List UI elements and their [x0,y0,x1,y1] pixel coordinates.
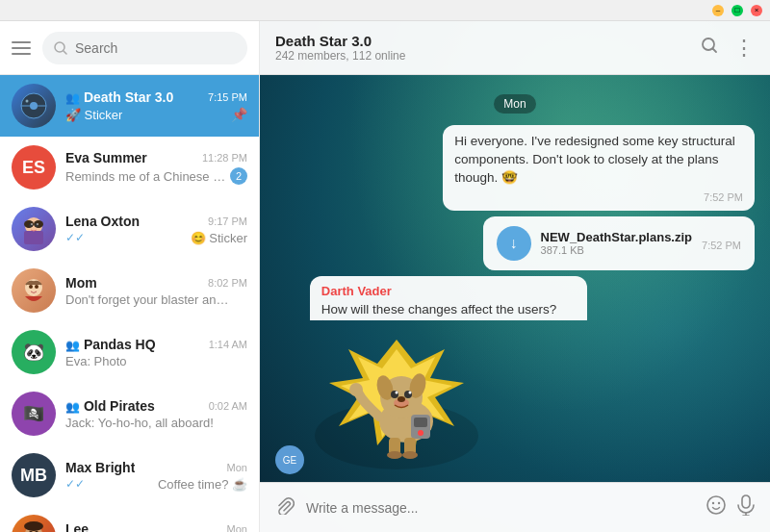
chat-content: Lena Oxton 9:17 PM ✓✓😊 Sticker [65,214,247,245]
chat-name: Max Bright [65,460,135,475]
emoji-icon[interactable] [706,495,726,519]
svg-point-47 [707,496,725,514]
avatar [12,515,56,532]
message-bubble: DV Darth Vader How will these changes af… [275,276,587,320]
messages-area[interactable]: Mon Hi everyone. I've redesigned some ke… [260,75,770,320]
chat-name: Mom [65,275,97,291]
avatar: 🏴‍☠️ [12,392,56,436]
svg-rect-7 [24,231,43,244]
close-button[interactable]: × [751,5,762,16]
avatar: 🐼 [12,330,56,374]
svg-point-34 [396,392,398,394]
chat-item[interactable]: 👥 Death Star 3.0 7:15 PM 🚀 Sticker 📌 [0,75,259,137]
file-info: NEW_DeathStar.plans.zip 387.1 KB [541,230,692,256]
pin-icon: 📌 [231,107,247,122]
svg-point-49 [718,502,720,504]
chat-item[interactable]: 🐼 👥 Pandas HQ 1:14 AM Eva: Photo [0,321,259,383]
chat-time: 8:02 PM [208,277,247,289]
date-divider: Mon [275,94,755,112]
chat-name: 👥 Death Star 3.0 [65,89,173,105]
menu-icon[interactable] [12,41,31,55]
chat-content: Max Bright Mon ✓✓Coffee time? ☕ [65,460,247,492]
minimize-button[interactable]: – [712,5,724,16]
chat-header-actions: ⋮ [701,36,755,61]
search-header-icon[interactable] [701,37,718,59]
chat-preview: Jack: Yo-ho-ho, all aboard! [65,416,214,430]
chat-subtitle: 242 members, 112 online [275,49,689,63]
search-icon [54,41,67,55]
sticker-sender-avatar: GE [275,445,304,474]
chat-preview: Don't forget your blaster and helmet [65,292,229,307]
chat-item[interactable]: 🏴‍☠️ 👥 Old Pirates 0:02 AM Jack: Yo-ho-h… [0,383,259,444]
chat-time: 9:17 PM [208,215,247,227]
bubble: Hi everyone. I've redesigned some key st… [443,125,755,211]
sticker-image [310,320,483,474]
svg-point-46 [402,451,418,459]
chat-preview: Reminds me of a Chinese prove... [65,169,229,184]
svg-point-45 [387,451,402,459]
chat-name: Lee [65,521,89,533]
file-name: NEW_DeathStar.plans.zip [541,230,692,244]
chat-time: Mon [227,523,247,533]
maximize-button[interactable]: □ [732,5,743,16]
svg-point-5 [26,100,29,103]
chat-item[interactable]: MB Max Bright Mon ✓✓Coffee time? ☕ [0,444,259,506]
svg-point-12 [31,223,33,225]
svg-line-1 [64,51,66,54]
file-size: 387.1 KB [541,244,692,256]
chat-input-area [260,482,770,532]
svg-point-42 [418,430,424,436]
search-box[interactable] [42,32,247,64]
chat-time: Mon [227,462,247,473]
chat-name: 👥 Pandas HQ [65,337,156,352]
svg-point-13 [37,223,38,225]
chat-time: 7:15 PM [208,91,247,103]
sidebar: 👥 Death Star 3.0 7:15 PM 🚀 Sticker 📌 ES … [0,21,260,532]
avatar [12,84,56,128]
chat-preview: 😊 Sticker [191,231,247,245]
title-bar: – □ × [0,0,770,21]
message-input[interactable] [306,500,695,516]
unread-badge: 2 [230,167,247,185]
mic-icon[interactable] [737,494,755,520]
svg-point-4 [30,102,38,110]
chat-item[interactable]: ES Eva Summer 11:28 PM Reminds me of a C… [0,137,259,198]
sender-name: Darth Vader [321,284,576,298]
svg-rect-50 [742,495,750,508]
download-button[interactable]: ↓ [497,226,531,261]
chat-name: Lena Oxton [65,214,140,229]
bubble-time: 7:52 PM [704,191,743,203]
app-body: 👥 Death Star 3.0 7:15 PM 🚀 Sticker 📌 ES … [0,21,770,532]
avatar: ES [12,145,56,190]
sticker-area: GE [260,320,770,482]
chat-header: Death Star 3.0 242 members, 112 online ⋮ [260,21,770,75]
avatar [12,207,56,251]
svg-point-38 [398,396,405,402]
chat-time: 1:14 AM [209,339,247,350]
svg-point-36 [409,392,412,394]
file-bubble: ↓ NEW_DeathStar.plans.zip 387.1 KB 7:52 … [483,216,755,270]
bubble: Darth Vader How will these changes affec… [310,276,587,320]
svg-point-39 [349,383,363,396]
chat-title: Death Star 3.0 [275,33,689,49]
chat-item[interactable]: Mom 8:02 PM Don't forget your blaster an… [0,260,259,321]
svg-rect-41 [414,418,427,427]
chat-content: 👥 Death Star 3.0 7:15 PM 🚀 Sticker 📌 [65,89,247,122]
svg-point-15 [29,285,33,289]
message-bubble: Hi everyone. I've redesigned some key st… [443,125,755,211]
attach-icon[interactable] [275,495,295,519]
chat-preview: Eva: Photo [65,354,127,368]
search-input[interactable] [75,40,236,56]
more-options-icon[interactable]: ⋮ [733,36,755,61]
chat-content: Eva Summer 11:28 PM Reminds me of a Chin… [65,150,247,185]
chat-list: 👥 Death Star 3.0 7:15 PM 🚀 Sticker 📌 ES … [0,75,259,532]
chat-name: 👥 Old Pirates [65,398,155,414]
chat-area: Death Star 3.0 242 members, 112 online ⋮… [260,21,770,532]
bubble-time: 7:52 PM [702,240,741,251]
svg-point-20 [24,521,43,531]
file-message: ↓ NEW_DeathStar.plans.zip 387.1 KB 7:52 … [483,216,755,270]
chat-name: Eva Summer [65,150,147,165]
chat-time: 0:02 AM [209,400,247,412]
chat-item[interactable]: Lee Mon We can call it Galaxy Star 7 ;) [0,506,259,532]
chat-item[interactable]: Lena Oxton 9:17 PM ✓✓😊 Sticker [0,198,259,260]
